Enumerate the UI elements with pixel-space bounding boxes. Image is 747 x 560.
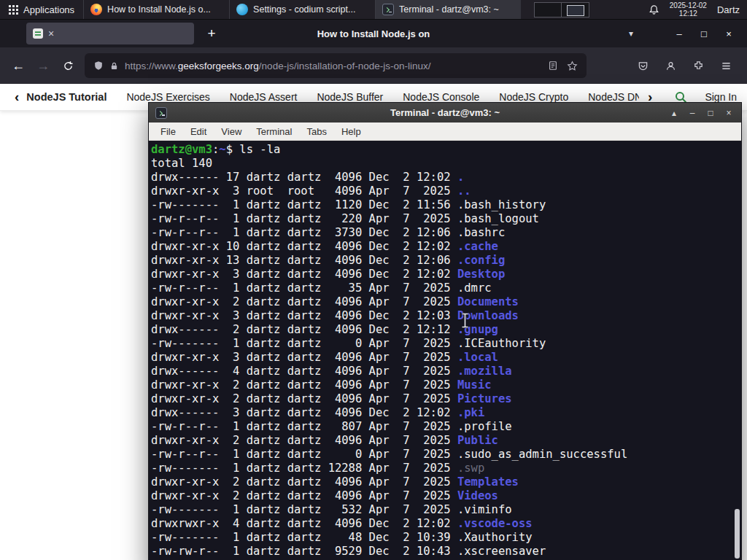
terminal-line: drwxr-xr-x 2 dartz dartz 4096 Apr 7 2025… <box>151 378 741 392</box>
site-nav-item[interactable]: NodeJS Console <box>403 91 479 103</box>
user-menu[interactable]: Dartz <box>717 4 740 15</box>
menu-tabs[interactable]: Tabs <box>299 126 333 137</box>
file-name: Desktop <box>457 268 505 281</box>
account-icon[interactable] <box>661 56 680 75</box>
shield-icon[interactable] <box>93 61 104 71</box>
terminal-output-area[interactable]: dartz@vm3:~$ ls -la total 140 drwx------… <box>149 141 741 560</box>
site-nav-item[interactable]: NodeJS Assert <box>230 91 298 103</box>
terminal-line: -rw-rw-r-- 1 dartz dartz 9529 Dec 2 10:4… <box>151 545 741 559</box>
url-bar[interactable]: https://www.geeksforgeeks.org/node-js/in… <box>85 53 587 78</box>
taskbar-item-terminal[interactable]: Terminal - dartz@vm3: ~ <box>375 0 521 19</box>
terminal-minimize-button[interactable]: – <box>686 108 698 118</box>
prompt-separator: : <box>212 143 219 156</box>
terminal-line: drwx------ 3 dartz dartz 4096 Dec 2 12:0… <box>151 406 741 420</box>
terminal-line: drwxr-xr-x 2 dartz dartz 4096 Apr 7 2025… <box>151 434 741 448</box>
sign-in-link[interactable]: Sign In <box>705 91 737 103</box>
lock-icon[interactable] <box>109 61 119 71</box>
menu-edit[interactable]: Edit <box>183 126 214 137</box>
taskbar-item-browser[interactable]: How to Install Node.js o... <box>83 0 229 19</box>
extensions-icon[interactable] <box>689 56 708 75</box>
reader-view-icon[interactable] <box>548 61 558 71</box>
terminal-icon <box>382 4 394 15</box>
file-name: .cache <box>457 240 498 253</box>
terminal-prompt-line: dartz@vm3:~$ ls -la <box>151 143 741 157</box>
file-name: Videos <box>457 489 498 502</box>
terminal-line: -rw-r--r-- 1 dartz dartz 807 Apr 7 2025 … <box>151 420 741 434</box>
terminal-scrollbar-thumb[interactable] <box>735 509 740 559</box>
file-name: .viminfo <box>457 503 512 516</box>
terminal-maximize-button[interactable]: □ <box>705 108 716 118</box>
reload-button[interactable] <box>55 53 80 78</box>
applications-menu-button[interactable]: Applications <box>0 0 83 19</box>
menu-hamburger-icon[interactable] <box>716 56 735 75</box>
url-text: https://www.geeksforgeeks.org/node-js/in… <box>125 61 430 71</box>
workspace-pager[interactable] <box>534 0 589 19</box>
file-name: .. <box>457 184 471 198</box>
url-path: /node-js/installation-of-node-js-on-linu… <box>259 61 431 71</box>
terminal-line: drwxr-xr-x 2 dartz dartz 4096 Apr 7 2025… <box>151 295 741 309</box>
menu-file[interactable]: File <box>153 126 183 137</box>
workspace-cell-1[interactable] <box>534 2 562 18</box>
workspace-cell-2[interactable] <box>562 2 589 18</box>
bookmark-star-icon[interactable] <box>567 61 578 71</box>
menu-terminal[interactable]: Terminal <box>249 126 299 137</box>
prompt-path: ~ <box>219 143 225 156</box>
terminal-line: -rw------- 1 dartz dartz 1120 Dec 2 11:5… <box>151 198 741 212</box>
notification-bell-icon[interactable] <box>649 4 659 15</box>
browser-tab-bar: How to Install Node.js on × + ▾ – □ × <box>0 20 747 47</box>
terminal-line: drwxr-xr-x 13 dartz dartz 4096 Dec 2 12:… <box>151 254 741 268</box>
url-protocol: https://www. <box>125 61 178 71</box>
file-name: Public <box>457 434 498 447</box>
urlbar-right-icons <box>548 61 578 71</box>
applications-label: Applications <box>23 4 74 15</box>
tab-title: How to Install Node.js on <box>0 28 747 39</box>
file-name: .local <box>457 351 498 364</box>
terminal-line: -rw-r--r-- 1 dartz dartz 35 Apr 7 2025 .… <box>151 281 741 295</box>
browser-tab-active[interactable]: How to Install Node.js on × <box>26 23 194 44</box>
terminal-total-line: total 140 <box>151 157 741 171</box>
terminal-line: drwxr-xr-x 2 dartz dartz 4096 Apr 7 2025… <box>151 392 741 406</box>
file-name: Music <box>457 378 492 392</box>
prompt-user-host: dartz@vm3 <box>151 143 212 156</box>
file-name: .dmrc <box>457 281 492 295</box>
nav-scroll-left-icon[interactable]: ‹ <box>10 89 23 105</box>
site-nav-item[interactable]: NodeJS DNS <box>588 91 639 103</box>
toolbar-right-icons <box>626 56 741 75</box>
top-panel: Applications How to Install Node.js o...… <box>0 0 747 20</box>
site-nav-item[interactable]: NodeJS Crypto <box>499 91 568 103</box>
site-nav-item[interactable]: NodeJS Exercises <box>126 91 209 103</box>
terminal-line: drwxr-xr-x 3 dartz dartz 4096 Dec 2 12:0… <box>151 309 741 323</box>
panel-clock[interactable]: 2025-12-02 12:12 <box>670 1 707 18</box>
prompt-symbol: $ <box>226 143 240 156</box>
terminal-window-title: Terminal - dartz@vm3: ~ <box>149 107 741 118</box>
taskbar-item-codium[interactable]: Settings - codium script... <box>229 0 375 19</box>
terminal-shade-button[interactable]: ▴ <box>668 108 680 118</box>
terminal-line: drwx------ 4 dartz dartz 4096 Apr 7 2025… <box>151 365 741 378</box>
terminal-close-button[interactable]: × <box>723 108 735 118</box>
pocket-icon[interactable] <box>633 56 652 75</box>
file-name: .swp <box>457 462 484 475</box>
menu-view[interactable]: View <box>214 126 249 137</box>
file-name: .Xauthority <box>457 531 533 544</box>
codium-icon <box>236 4 248 15</box>
back-button[interactable]: ← <box>6 53 31 78</box>
terminal-line: -rw-r--r-- 1 dartz dartz 0 Apr 7 2025 .s… <box>151 448 741 462</box>
firefox-icon <box>90 4 102 15</box>
file-name: .mozilla <box>457 365 512 378</box>
forward-button[interactable]: → <box>31 53 55 78</box>
file-name: .xscreensaver <box>457 545 546 558</box>
reload-icon <box>63 61 74 71</box>
mouse-cursor <box>460 313 470 331</box>
site-nav-item[interactable]: NodeJS Tutorial <box>26 91 107 103</box>
file-name: .profile <box>457 420 512 433</box>
terminal-window-controls: ▴ – □ × <box>668 108 735 118</box>
terminal-line: drwxr-xr-x 10 dartz dartz 4096 Dec 2 12:… <box>151 240 741 254</box>
file-name: .vscode-oss <box>457 517 533 530</box>
terminal-line: -rw-r--r-- 1 dartz dartz 3730 Dec 2 12:0… <box>151 226 741 240</box>
terminal-line: drwxr-xr-x 3 dartz dartz 4096 Dec 2 12:0… <box>151 268 741 281</box>
site-nav-item[interactable]: NodeJS Buffer <box>317 91 383 103</box>
terminal-title-bar[interactable]: Terminal - dartz@vm3: ~ ▴ – □ × <box>149 103 741 122</box>
taskbar-item-label: Terminal - dartz@vm3: ~ <box>399 4 499 15</box>
terminal-line: -rw-r--r-- 1 dartz dartz 220 Apr 7 2025 … <box>151 212 741 226</box>
menu-help[interactable]: Help <box>334 126 368 137</box>
